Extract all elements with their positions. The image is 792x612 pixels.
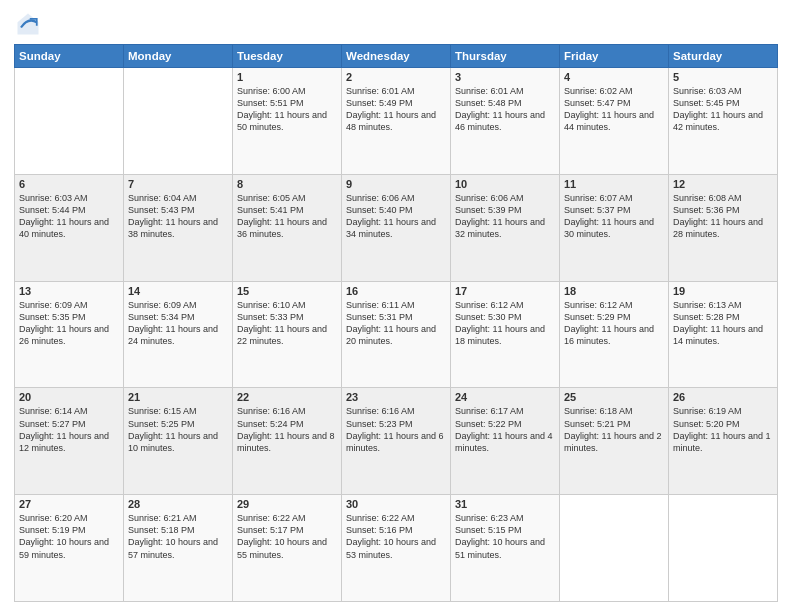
day-number: 19 — [673, 285, 773, 297]
day-info: Sunrise: 6:09 AMSunset: 5:35 PMDaylight:… — [19, 299, 119, 348]
day-cell: 8Sunrise: 6:05 AMSunset: 5:41 PMDaylight… — [233, 174, 342, 281]
day-cell: 12Sunrise: 6:08 AMSunset: 5:36 PMDayligh… — [669, 174, 778, 281]
day-info: Sunrise: 6:01 AMSunset: 5:49 PMDaylight:… — [346, 85, 446, 134]
week-row: 13Sunrise: 6:09 AMSunset: 5:35 PMDayligh… — [15, 281, 778, 388]
day-cell — [560, 495, 669, 602]
day-cell: 14Sunrise: 6:09 AMSunset: 5:34 PMDayligh… — [124, 281, 233, 388]
day-header: Saturday — [669, 45, 778, 68]
day-cell: 31Sunrise: 6:23 AMSunset: 5:15 PMDayligh… — [451, 495, 560, 602]
day-cell: 2Sunrise: 6:01 AMSunset: 5:49 PMDaylight… — [342, 68, 451, 175]
day-info: Sunrise: 6:12 AMSunset: 5:30 PMDaylight:… — [455, 299, 555, 348]
day-info: Sunrise: 6:10 AMSunset: 5:33 PMDaylight:… — [237, 299, 337, 348]
day-info: Sunrise: 6:04 AMSunset: 5:43 PMDaylight:… — [128, 192, 228, 241]
day-number: 12 — [673, 178, 773, 190]
day-info: Sunrise: 6:15 AMSunset: 5:25 PMDaylight:… — [128, 405, 228, 454]
day-cell: 19Sunrise: 6:13 AMSunset: 5:28 PMDayligh… — [669, 281, 778, 388]
day-cell: 25Sunrise: 6:18 AMSunset: 5:21 PMDayligh… — [560, 388, 669, 495]
day-header: Tuesday — [233, 45, 342, 68]
week-row: 27Sunrise: 6:20 AMSunset: 5:19 PMDayligh… — [15, 495, 778, 602]
day-cell: 17Sunrise: 6:12 AMSunset: 5:30 PMDayligh… — [451, 281, 560, 388]
logo — [14, 10, 46, 38]
day-cell: 26Sunrise: 6:19 AMSunset: 5:20 PMDayligh… — [669, 388, 778, 495]
day-info: Sunrise: 6:03 AMSunset: 5:45 PMDaylight:… — [673, 85, 773, 134]
day-info: Sunrise: 6:23 AMSunset: 5:15 PMDaylight:… — [455, 512, 555, 561]
day-cell: 18Sunrise: 6:12 AMSunset: 5:29 PMDayligh… — [560, 281, 669, 388]
day-cell: 15Sunrise: 6:10 AMSunset: 5:33 PMDayligh… — [233, 281, 342, 388]
header — [14, 10, 778, 38]
day-number: 21 — [128, 391, 228, 403]
day-info: Sunrise: 6:22 AMSunset: 5:16 PMDaylight:… — [346, 512, 446, 561]
week-row: 1Sunrise: 6:00 AMSunset: 5:51 PMDaylight… — [15, 68, 778, 175]
day-cell: 9Sunrise: 6:06 AMSunset: 5:40 PMDaylight… — [342, 174, 451, 281]
day-number: 22 — [237, 391, 337, 403]
day-cell: 24Sunrise: 6:17 AMSunset: 5:22 PMDayligh… — [451, 388, 560, 495]
day-cell: 29Sunrise: 6:22 AMSunset: 5:17 PMDayligh… — [233, 495, 342, 602]
day-header: Sunday — [15, 45, 124, 68]
day-info: Sunrise: 6:13 AMSunset: 5:28 PMDaylight:… — [673, 299, 773, 348]
day-header: Thursday — [451, 45, 560, 68]
day-number: 1 — [237, 71, 337, 83]
day-info: Sunrise: 6:05 AMSunset: 5:41 PMDaylight:… — [237, 192, 337, 241]
day-number: 5 — [673, 71, 773, 83]
day-info: Sunrise: 6:07 AMSunset: 5:37 PMDaylight:… — [564, 192, 664, 241]
day-cell: 13Sunrise: 6:09 AMSunset: 5:35 PMDayligh… — [15, 281, 124, 388]
day-info: Sunrise: 6:02 AMSunset: 5:47 PMDaylight:… — [564, 85, 664, 134]
day-info: Sunrise: 6:06 AMSunset: 5:39 PMDaylight:… — [455, 192, 555, 241]
day-number: 3 — [455, 71, 555, 83]
day-info: Sunrise: 6:01 AMSunset: 5:48 PMDaylight:… — [455, 85, 555, 134]
day-number: 11 — [564, 178, 664, 190]
logo-icon — [14, 10, 42, 38]
day-cell: 23Sunrise: 6:16 AMSunset: 5:23 PMDayligh… — [342, 388, 451, 495]
day-header: Wednesday — [342, 45, 451, 68]
day-number: 15 — [237, 285, 337, 297]
day-cell: 16Sunrise: 6:11 AMSunset: 5:31 PMDayligh… — [342, 281, 451, 388]
day-info: Sunrise: 6:03 AMSunset: 5:44 PMDaylight:… — [19, 192, 119, 241]
day-number: 18 — [564, 285, 664, 297]
day-info: Sunrise: 6:08 AMSunset: 5:36 PMDaylight:… — [673, 192, 773, 241]
day-number: 28 — [128, 498, 228, 510]
page: SundayMondayTuesdayWednesdayThursdayFrid… — [0, 0, 792, 612]
day-cell: 4Sunrise: 6:02 AMSunset: 5:47 PMDaylight… — [560, 68, 669, 175]
day-info: Sunrise: 6:12 AMSunset: 5:29 PMDaylight:… — [564, 299, 664, 348]
day-info: Sunrise: 6:22 AMSunset: 5:17 PMDaylight:… — [237, 512, 337, 561]
week-row: 6Sunrise: 6:03 AMSunset: 5:44 PMDaylight… — [15, 174, 778, 281]
day-number: 13 — [19, 285, 119, 297]
day-cell — [15, 68, 124, 175]
day-number: 26 — [673, 391, 773, 403]
day-cell — [124, 68, 233, 175]
calendar-table: SundayMondayTuesdayWednesdayThursdayFrid… — [14, 44, 778, 602]
day-info: Sunrise: 6:00 AMSunset: 5:51 PMDaylight:… — [237, 85, 337, 134]
day-cell: 20Sunrise: 6:14 AMSunset: 5:27 PMDayligh… — [15, 388, 124, 495]
day-cell: 28Sunrise: 6:21 AMSunset: 5:18 PMDayligh… — [124, 495, 233, 602]
day-info: Sunrise: 6:14 AMSunset: 5:27 PMDaylight:… — [19, 405, 119, 454]
day-number: 17 — [455, 285, 555, 297]
day-cell: 6Sunrise: 6:03 AMSunset: 5:44 PMDaylight… — [15, 174, 124, 281]
day-number: 16 — [346, 285, 446, 297]
day-info: Sunrise: 6:16 AMSunset: 5:23 PMDaylight:… — [346, 405, 446, 454]
day-info: Sunrise: 6:18 AMSunset: 5:21 PMDaylight:… — [564, 405, 664, 454]
week-row: 20Sunrise: 6:14 AMSunset: 5:27 PMDayligh… — [15, 388, 778, 495]
day-cell: 3Sunrise: 6:01 AMSunset: 5:48 PMDaylight… — [451, 68, 560, 175]
day-number: 27 — [19, 498, 119, 510]
day-cell: 27Sunrise: 6:20 AMSunset: 5:19 PMDayligh… — [15, 495, 124, 602]
day-info: Sunrise: 6:09 AMSunset: 5:34 PMDaylight:… — [128, 299, 228, 348]
day-number: 23 — [346, 391, 446, 403]
day-cell: 1Sunrise: 6:00 AMSunset: 5:51 PMDaylight… — [233, 68, 342, 175]
day-cell: 10Sunrise: 6:06 AMSunset: 5:39 PMDayligh… — [451, 174, 560, 281]
day-cell: 5Sunrise: 6:03 AMSunset: 5:45 PMDaylight… — [669, 68, 778, 175]
day-info: Sunrise: 6:06 AMSunset: 5:40 PMDaylight:… — [346, 192, 446, 241]
day-cell — [669, 495, 778, 602]
day-number: 29 — [237, 498, 337, 510]
day-info: Sunrise: 6:11 AMSunset: 5:31 PMDaylight:… — [346, 299, 446, 348]
day-number: 24 — [455, 391, 555, 403]
day-number: 2 — [346, 71, 446, 83]
day-number: 10 — [455, 178, 555, 190]
day-number: 7 — [128, 178, 228, 190]
day-cell: 22Sunrise: 6:16 AMSunset: 5:24 PMDayligh… — [233, 388, 342, 495]
day-header: Monday — [124, 45, 233, 68]
day-number: 4 — [564, 71, 664, 83]
day-cell: 30Sunrise: 6:22 AMSunset: 5:16 PMDayligh… — [342, 495, 451, 602]
day-info: Sunrise: 6:17 AMSunset: 5:22 PMDaylight:… — [455, 405, 555, 454]
day-number: 14 — [128, 285, 228, 297]
day-info: Sunrise: 6:20 AMSunset: 5:19 PMDaylight:… — [19, 512, 119, 561]
